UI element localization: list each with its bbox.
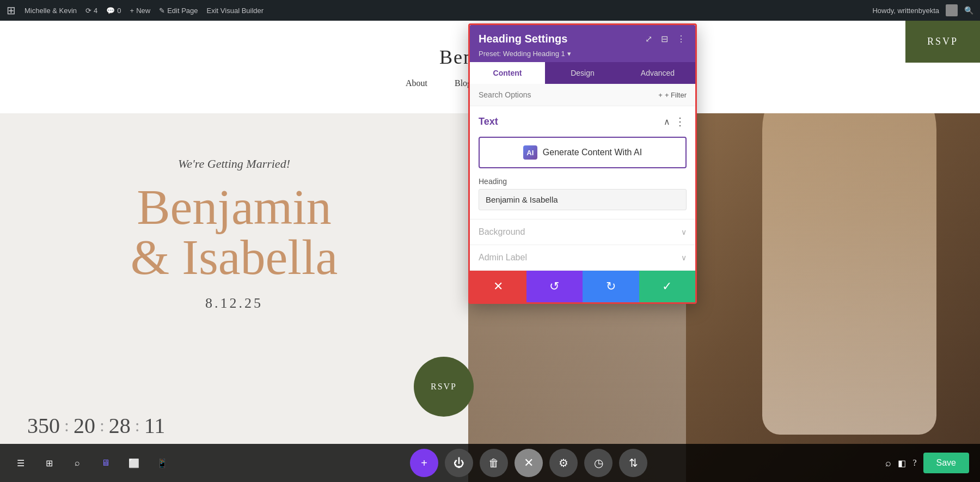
- responsive-btn[interactable]: ⇅: [619, 449, 647, 477]
- admin-label-text: Admin Label: [479, 253, 527, 263]
- nav-about[interactable]: About: [406, 78, 427, 88]
- panel-columns-btn[interactable]: ⊟: [660, 33, 669, 45]
- section-controls: ∧ ⋮: [664, 115, 687, 128]
- add-module-btn[interactable]: +: [410, 449, 438, 477]
- revisions-count: 4: [94, 7, 97, 15]
- desktop-view-btn[interactable]: 🖥: [96, 453, 115, 473]
- save-button[interactable]: Save: [923, 453, 969, 473]
- tab-content[interactable]: Content: [470, 62, 545, 84]
- section-options-icon[interactable]: ⋮: [675, 115, 687, 128]
- confirm-button[interactable]: ✓: [639, 271, 696, 302]
- gear-icon: ⚙: [559, 456, 568, 469]
- reset-icon: ↺: [549, 279, 559, 294]
- close-builder-btn[interactable]: ✕: [514, 449, 543, 477]
- layout-btn[interactable]: ⊞: [39, 453, 59, 473]
- settings-toggle-btn[interactable]: ☰: [11, 453, 30, 473]
- background-section[interactable]: Background ∨: [470, 219, 695, 245]
- history-btn[interactable]: ◷: [584, 449, 612, 477]
- filter-plus-icon: +: [658, 91, 663, 99]
- countdown-minutes: 28: [109, 413, 131, 438]
- search-btn[interactable]: ⌕: [68, 453, 87, 473]
- countdown-timer: 350 : 20 : 28 : 11: [27, 413, 165, 438]
- cancel-button[interactable]: ✕: [470, 271, 526, 302]
- rsvp-top-button[interactable]: RSVP: [905, 21, 980, 63]
- module-settings-btn[interactable]: ⚙: [549, 449, 578, 477]
- admin-label-section[interactable]: Admin Label ∨: [470, 245, 695, 270]
- wedding-date: 8.12.25: [205, 295, 263, 312]
- redo-icon: ↻: [606, 279, 616, 294]
- page-wrapper: Ben & Izzy About Blog Contact Home RSVP …: [0, 21, 980, 482]
- toolbar-search-icon[interactable]: ⌕: [885, 457, 891, 469]
- preset-text: Preset: Wedding Heading 1: [479, 50, 565, 58]
- countdown-sep1: :: [64, 416, 69, 436]
- heading-input[interactable]: [479, 189, 687, 210]
- user-avatar[interactable]: [946, 4, 958, 16]
- heading-field-section: Heading: [470, 177, 695, 219]
- heading-settings-panel: Heading Settings ⤢ ⊟ ⋮ Preset: Wedding H…: [468, 23, 697, 304]
- panel-dots-btn[interactable]: ⋮: [676, 33, 687, 45]
- bottom-toolbar: ☰ ⊞ ⌕ 🖥 ⬜ 📱 + ⏻ 🗑 ✕ ⚙: [0, 444, 980, 482]
- tab-advanced[interactable]: Advanced: [620, 62, 695, 84]
- redo-button[interactable]: ↻: [583, 271, 639, 302]
- generate-ai-button[interactable]: AI Generate Content With AI: [479, 137, 687, 168]
- comments-link[interactable]: 💬 0: [106, 7, 121, 15]
- mobile-view-btn[interactable]: 📱: [152, 453, 172, 473]
- background-label: Background: [479, 227, 525, 237]
- wp-logo-icon[interactable]: ⊞: [7, 4, 16, 17]
- background-chevron-icon: ∨: [681, 228, 687, 236]
- trash-icon: 🗑: [488, 457, 499, 469]
- search-options-input[interactable]: [479, 90, 654, 99]
- site-name-link[interactable]: Michelle & Kevin: [24, 7, 77, 15]
- section-title-text: Text: [479, 116, 498, 127]
- search-icon: ⌕: [75, 458, 80, 468]
- revisions-icon: ⟳: [85, 7, 91, 15]
- panel-preset[interactable]: Preset: Wedding Heading 1 ▾: [479, 50, 687, 62]
- filter-button[interactable]: + + Filter: [658, 91, 687, 99]
- toolbar-left: ☰ ⊞ ⌕ 🖥 ⬜ 📱: [11, 453, 172, 473]
- howdy-text: Howdy, writtenbyekta: [872, 7, 939, 15]
- pencil-icon: ✎: [159, 7, 165, 15]
- revisions-link[interactable]: ⟳ 4: [85, 7, 97, 15]
- cancel-icon: ✕: [493, 279, 503, 294]
- toolbar-right: ⌕ ◧ ? Save: [885, 453, 969, 473]
- power-btn[interactable]: ⏻: [445, 449, 473, 477]
- panel-header: Heading Settings ⤢ ⊟ ⋮ Preset: Wedding H…: [470, 25, 695, 62]
- comments-count: 0: [117, 7, 121, 15]
- exit-builder-link[interactable]: Exit Visual Builder: [207, 7, 264, 15]
- panel-footer: ✕ ↺ ↻ ✓: [470, 270, 695, 302]
- admin-bar-right: Howdy, writtenbyekta 🔍: [872, 4, 973, 16]
- tab-design[interactable]: Design: [545, 62, 620, 84]
- admin-search-icon[interactable]: 🔍: [964, 6, 973, 15]
- couple-names-heading: Benjamin & Isabella: [131, 182, 338, 282]
- layout-icon: ⊞: [46, 458, 53, 468]
- panel-resize-btn[interactable]: ⤢: [644, 33, 653, 45]
- tablet-view-btn[interactable]: ⬜: [124, 453, 144, 473]
- toolbar-help-icon[interactable]: ?: [912, 458, 916, 468]
- close-icon: ✕: [524, 456, 534, 470]
- toolbar-layers-icon[interactable]: ◧: [898, 458, 906, 468]
- delete-btn[interactable]: 🗑: [480, 449, 508, 477]
- section-collapse-icon[interactable]: ∧: [664, 117, 670, 127]
- confirm-icon: ✓: [662, 279, 672, 294]
- heading-field-label: Heading: [479, 177, 687, 186]
- edit-page-label: Edit Page: [167, 7, 198, 15]
- admin-bar-left: ⊞ Michelle & Kevin ⟳ 4 💬 0 + New ✎ Edit …: [7, 4, 863, 17]
- admin-label-chevron-icon: ∨: [681, 253, 687, 262]
- settings-toggle-icon: ☰: [17, 458, 24, 468]
- add-module-icon: +: [421, 457, 427, 469]
- name-line1: Benjamin: [137, 179, 332, 235]
- countdown-days: 350: [27, 413, 60, 438]
- rsvp-circle-button[interactable]: RSVP: [414, 357, 474, 417]
- history-icon: ◷: [594, 456, 603, 469]
- tablet-icon: ⬜: [128, 458, 139, 468]
- panel-tabs: Content Design Advanced: [470, 62, 695, 84]
- tagline-text: We're Getting Married!: [178, 157, 290, 171]
- reset-button[interactable]: ↺: [526, 271, 583, 302]
- edit-page-link[interactable]: ✎ Edit Page: [159, 7, 198, 15]
- new-link[interactable]: + New: [130, 7, 151, 15]
- countdown-seconds: 11: [144, 413, 166, 438]
- preset-chevron-icon: ▾: [567, 50, 571, 58]
- desktop-icon: 🖥: [101, 458, 110, 468]
- new-label: New: [136, 7, 150, 15]
- responsive-icon: ⇅: [629, 456, 638, 469]
